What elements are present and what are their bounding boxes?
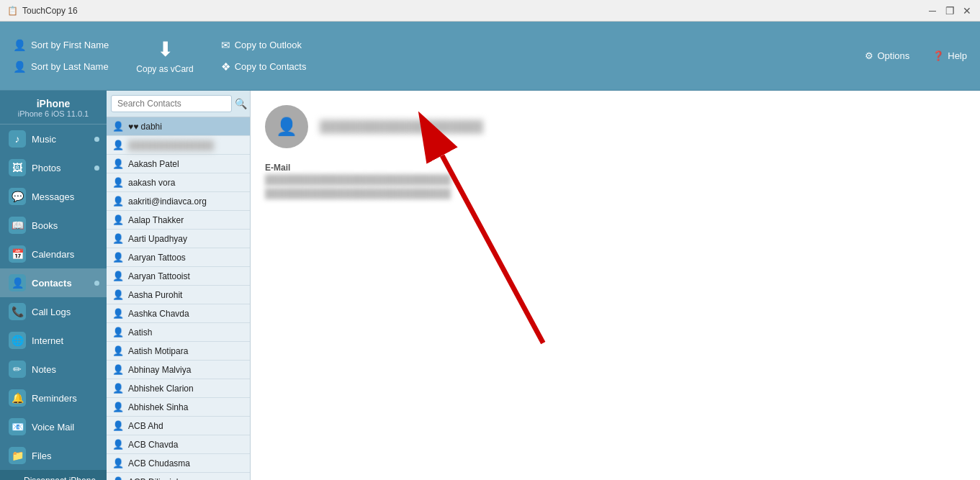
content-area: iPhone iPhone 6 iOS 11.0.1 ♪ Music 🖼 Pho… xyxy=(0,91,980,480)
sidebar-item-internet[interactable]: 🌐 Internet xyxy=(0,326,107,355)
sidebar-label-notes: Notes xyxy=(32,364,56,375)
sort-by-first-name-button[interactable]: 👤 Sort by First Name xyxy=(7,36,114,55)
music-dot xyxy=(94,137,99,142)
sidebar-label-messages: Messages xyxy=(32,191,74,202)
contact-item[interactable]: 👤Aatish xyxy=(107,323,250,342)
contact-person-icon: 👤 xyxy=(112,345,124,356)
sidebar-item-files[interactable]: 📁 Files xyxy=(0,441,107,470)
photos-dot xyxy=(94,166,99,171)
contact-item[interactable]: 👤♥♥ dabhi xyxy=(107,117,250,136)
contact-item[interactable]: 👤Abhishek Sinha xyxy=(107,398,250,417)
contact-name: Abhinay Malviya xyxy=(128,365,191,375)
contact-name: ACB Chavda xyxy=(128,440,178,450)
contact-item[interactable]: 👤Aaryan Tattooist xyxy=(107,267,250,286)
sidebar-label-voicemail: Voice Mail xyxy=(32,422,74,433)
sidebar-item-notes[interactable]: ✏ Notes xyxy=(0,355,107,384)
help-button[interactable]: ❓ Help xyxy=(927,47,973,64)
sidebar-label-photos: Photos xyxy=(32,163,60,173)
copy-to-outlook-button[interactable]: ✉ Copy to Outlook xyxy=(215,36,313,55)
contact-person-icon: 👤 xyxy=(112,308,124,319)
search-input[interactable] xyxy=(111,95,232,112)
contact-name: Aakash Patel xyxy=(128,159,179,169)
copy-vcard-container: ⬇ Copy as vCard xyxy=(122,35,207,77)
sidebar-item-messages[interactable]: 💬 Messages xyxy=(0,182,107,211)
close-button[interactable]: ✕ xyxy=(961,5,973,17)
sidebar-item-books[interactable]: 📖 Books xyxy=(0,211,107,240)
copy-outlook-icon: ✉ xyxy=(221,39,230,52)
contact-item[interactable]: 👤██████████████ xyxy=(107,136,250,155)
disconnect-button[interactable]: 📱 Disconnect iPhone 6 xyxy=(0,470,107,480)
email-value-1: ████████████████████████████ xyxy=(265,174,966,185)
device-name: iPhone xyxy=(9,98,98,109)
copy-group: ✉ Copy to Outlook ❖ Copy to Contacts xyxy=(215,36,313,76)
sidebar-item-photos[interactable]: 🖼 Photos xyxy=(0,153,107,182)
copy-to-contacts-button[interactable]: ❖ Copy to Contacts xyxy=(215,58,313,76)
contact-item[interactable]: 👤Aasha Purohit xyxy=(107,286,250,304)
contact-name: Aatish Motipara xyxy=(128,346,188,356)
search-button[interactable]: 🔍 xyxy=(235,98,247,109)
copy-as-vcard-button[interactable]: ⬇ Copy as vCard xyxy=(127,35,202,77)
sidebar-label-calllogs: Call Logs xyxy=(32,307,71,317)
contact-item[interactable]: 👤aakriti@indiavca.org xyxy=(107,192,250,211)
toolbar: 👤 Sort by First Name 👤 Sort by Last Name… xyxy=(0,22,980,91)
sort-group: 👤 Sort by First Name 👤 Sort by Last Name xyxy=(7,36,114,76)
toolbar-right: ⚙ Options ❓ Help xyxy=(859,47,973,64)
contacts-icon: 👤 xyxy=(9,274,26,291)
contact-item[interactable]: 👤Aatish Motipara xyxy=(107,342,250,361)
contact-name: Aarti Upadhyay xyxy=(128,234,187,244)
sidebar-label-files: Files xyxy=(32,450,51,461)
device-sub: iPhone 6 iOS 11.0.1 xyxy=(9,109,98,118)
contacts-dot xyxy=(94,281,99,286)
sidebar: iPhone iPhone 6 iOS 11.0.1 ♪ Music 🖼 Pho… xyxy=(0,91,107,480)
app-container: 👤 Sort by First Name 👤 Sort by Last Name… xyxy=(0,22,980,480)
detail-panel: 👤 ████████████████████ E-Mail ██████████… xyxy=(251,91,980,480)
title-bar-left: 📋 TouchCopy 16 xyxy=(7,6,78,16)
app-title: TouchCopy 16 xyxy=(22,6,78,16)
avatar: 👤 xyxy=(265,105,308,148)
copy-contacts-icon: ❖ xyxy=(221,60,230,73)
sort-first-name-icon: 👤 xyxy=(13,39,27,52)
title-bar-controls: ─ ❐ ✕ xyxy=(927,5,973,17)
options-button[interactable]: ⚙ Options xyxy=(859,47,915,64)
sidebar-label-books: Books xyxy=(32,220,58,231)
photos-icon: 🖼 xyxy=(9,159,26,176)
contact-person-icon: 👤 xyxy=(112,158,124,169)
contact-item[interactable]: 👤Abhinay Malviya xyxy=(107,361,250,379)
app-icon: 📋 xyxy=(7,6,18,16)
contact-item[interactable]: 👤Aaryan Tattoos xyxy=(107,248,250,267)
sidebar-item-voicemail[interactable]: 📧 Voice Mail xyxy=(0,412,107,441)
contact-item[interactable]: 👤Aarti Upadhyay xyxy=(107,230,250,248)
contact-name: Aalap Thakker xyxy=(128,215,184,225)
sidebar-label-contacts: Contacts xyxy=(32,278,72,289)
contact-item[interactable]: 👤ACB Chudasma xyxy=(107,454,250,473)
contact-item[interactable]: 👤Aalap Thakker xyxy=(107,211,250,230)
sidebar-item-calllogs[interactable]: 📞 Call Logs xyxy=(0,297,107,326)
contact-item[interactable]: 👤ACB Chavda xyxy=(107,435,250,454)
sidebar-item-reminders[interactable]: 🔔 Reminders xyxy=(0,384,107,412)
email-value-2: ████████████████████████████ xyxy=(265,188,966,199)
sort-by-last-name-button[interactable]: 👤 Sort by Last Name xyxy=(7,58,114,76)
contact-item[interactable]: 👤ACB Dilipsinh xyxy=(107,473,250,480)
contact-person-icon: 👤 xyxy=(112,383,124,394)
disconnect-label: Disconnect iPhone 6 xyxy=(24,476,98,480)
contact-item[interactable]: 👤Abhishek Clarion xyxy=(107,379,250,398)
contact-list: 👤♥♥ dabhi👤██████████████👤Aakash Patel👤aa… xyxy=(107,117,250,480)
contact-item[interactable]: 👤Aakash Patel xyxy=(107,155,250,173)
minimize-button[interactable]: ─ xyxy=(927,5,938,17)
contact-item[interactable]: 👤aakash vora xyxy=(107,173,250,192)
contact-item[interactable]: 👤Aashka Chavda xyxy=(107,304,250,323)
copy-vcard-icon: ⬇ xyxy=(157,37,174,61)
contact-name: ACB Dilipsinh xyxy=(128,477,181,481)
restore-button[interactable]: ❐ xyxy=(944,5,956,17)
detail-header: 👤 ████████████████████ xyxy=(265,105,966,148)
contact-name: aakriti@indiavca.org xyxy=(128,196,207,207)
device-info: iPhone iPhone 6 iOS 11.0.1 xyxy=(0,91,107,124)
contact-person-icon: 👤 xyxy=(112,271,124,281)
voicemail-icon: 📧 xyxy=(9,418,26,435)
contact-item[interactable]: 👤ACB Ahd xyxy=(107,417,250,435)
sidebar-item-calendars[interactable]: 📅 Calendars xyxy=(0,240,107,268)
contact-person-icon: 👤 xyxy=(112,327,124,338)
sidebar-item-contacts[interactable]: 👤 Contacts xyxy=(0,268,107,297)
sidebar-item-music[interactable]: ♪ Music xyxy=(0,124,107,153)
reminders-icon: 🔔 xyxy=(9,389,26,407)
